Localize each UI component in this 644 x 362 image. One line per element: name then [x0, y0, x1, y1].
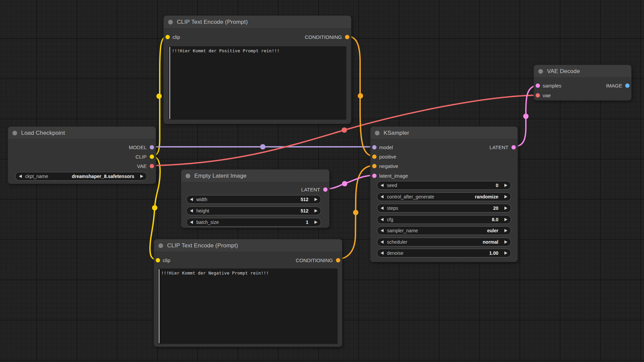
- decrement-arrow-icon[interactable]: [381, 218, 384, 221]
- output-slot-vae[interactable]: [150, 164, 154, 168]
- node-title-bar[interactable]: CLIP Text Encode (Prompt): [154, 239, 342, 252]
- widget-cfg[interactable]: cfg 8.0: [377, 215, 511, 224]
- widget-seed[interactable]: seed 0: [377, 181, 511, 190]
- input-slot-latent-image[interactable]: [372, 174, 377, 178]
- output-slot-label: MODEL: [129, 144, 147, 150]
- node-clip-text-encode-positive[interactable]: CLIP Text Encode (Prompt) clip CONDITION…: [163, 15, 351, 124]
- wire-midpoint-dot[interactable]: [523, 114, 529, 119]
- decrement-arrow-icon[interactable]: [190, 209, 193, 213]
- decrement-arrow-icon[interactable]: [381, 251, 384, 255]
- decrement-arrow-icon[interactable]: [381, 206, 384, 210]
- decrement-arrow-icon[interactable]: [19, 175, 22, 178]
- node-ksampler[interactable]: KSampler model LATENT positive negative …: [370, 126, 518, 262]
- collapse-dot-icon[interactable]: [538, 69, 543, 74]
- node-title: CLIP Text Encode (Prompt): [177, 19, 248, 25]
- input-slot-label: clip: [163, 257, 170, 263]
- output-slot-label: CONDITIONING: [296, 257, 333, 263]
- widget-value: randomize: [475, 194, 498, 199]
- output-slot-image[interactable]: [625, 83, 630, 88]
- wire-latent-to-ksampler[interactable]: [324, 175, 374, 189]
- node-graph-canvas[interactable]: CLIP Text Encode (Prompt) clip CONDITION…: [0, 0, 644, 362]
- input-slot-vae[interactable]: [536, 93, 540, 98]
- widget-width[interactable]: width 512: [186, 195, 321, 204]
- input-slot-negative[interactable]: [372, 164, 377, 168]
- node-title-bar[interactable]: Load Checkpoint: [8, 127, 156, 139]
- increment-arrow-icon[interactable]: [504, 195, 507, 198]
- widget-sampler-name[interactable]: sampler_name euler: [377, 226, 511, 235]
- wire-midpoint-dot[interactable]: [342, 181, 347, 186]
- wire-midpoint-dot[interactable]: [260, 144, 265, 149]
- collapse-dot-icon[interactable]: [12, 131, 17, 135]
- decrement-arrow-icon[interactable]: [381, 240, 384, 244]
- increment-arrow-icon[interactable]: [314, 209, 317, 213]
- widget-label: ckpt_name: [25, 174, 48, 179]
- decrement-arrow-icon[interactable]: [190, 221, 193, 224]
- input-slot-positive[interactable]: [372, 155, 377, 159]
- decrement-arrow-icon[interactable]: [190, 198, 193, 201]
- increment-arrow-icon[interactable]: [140, 175, 143, 178]
- output-slot-latent[interactable]: [323, 187, 328, 192]
- increment-arrow-icon[interactable]: [504, 206, 507, 210]
- input-slot-label: vae: [543, 93, 551, 98]
- node-clip-text-encode-negative[interactable]: CLIP Text Encode (Prompt) clip CONDITION…: [154, 239, 342, 347]
- node-load-checkpoint[interactable]: Load Checkpoint MODEL CLIP VAE ckpt_name…: [8, 126, 156, 184]
- prompt-textarea[interactable]: !!!Hier Kommt der Positive Prompt rein!!…: [169, 46, 346, 120]
- widget-value: 512: [301, 197, 308, 202]
- output-slot-conditioning[interactable]: [336, 258, 340, 262]
- collapse-dot-icon[interactable]: [375, 131, 380, 135]
- widget-label: control_after_generate: [387, 194, 434, 199]
- decrement-arrow-icon[interactable]: [381, 195, 384, 198]
- collapse-dot-icon[interactable]: [186, 174, 190, 178]
- decrement-arrow-icon[interactable]: [381, 229, 384, 232]
- collapse-dot-icon[interactable]: [158, 243, 163, 248]
- input-slot-clip[interactable]: [156, 258, 160, 262]
- widget-control-after-generate[interactable]: control_after_generate randomize: [377, 192, 511, 201]
- increment-arrow-icon[interactable]: [504, 251, 507, 255]
- widget-label: steps: [387, 205, 398, 211]
- text-cursor: [169, 47, 170, 119]
- widget-height[interactable]: height 512: [186, 206, 321, 215]
- decrement-arrow-icon[interactable]: [381, 184, 384, 187]
- widget-scheduler[interactable]: scheduler normal: [377, 238, 511, 246]
- node-title-bar[interactable]: VAE Decode: [534, 65, 631, 78]
- input-slot-samples[interactable]: [536, 83, 540, 88]
- output-slot-label: VAE: [137, 163, 147, 169]
- input-slot-model[interactable]: [372, 145, 377, 149]
- widget-steps[interactable]: steps 20: [377, 204, 511, 213]
- output-slot-conditioning[interactable]: [345, 35, 349, 39]
- increment-arrow-icon[interactable]: [504, 218, 507, 221]
- wire-midpoint-dot[interactable]: [156, 94, 162, 99]
- output-slot-label: LATENT: [301, 187, 320, 192]
- widget-ckpt-name[interactable]: ckpt_name dreamshaper_8.safetensors: [15, 172, 147, 181]
- text-cursor: [159, 269, 159, 343]
- wire-midpoint-dot[interactable]: [353, 210, 358, 215]
- input-slot-clip[interactable]: [165, 35, 170, 39]
- increment-arrow-icon[interactable]: [504, 184, 507, 187]
- input-slot-label: model: [379, 144, 393, 150]
- increment-arrow-icon[interactable]: [504, 229, 507, 232]
- wire-midpoint-dot[interactable]: [152, 205, 157, 210]
- collapse-dot-icon[interactable]: [168, 20, 173, 24]
- input-slot-label: clip: [172, 34, 180, 40]
- wire-midpoint-dot[interactable]: [342, 127, 347, 133]
- increment-arrow-icon[interactable]: [314, 221, 317, 224]
- prompt-textarea[interactable]: !!!Hier Kommt der Negative Prompt rein!!…: [158, 268, 338, 344]
- node-title: Empty Latent Image: [194, 173, 247, 179]
- node-title-bar[interactable]: Empty Latent Image: [181, 170, 329, 182]
- output-slot-label: LATENT: [490, 144, 508, 150]
- node-title-bar[interactable]: CLIP Text Encode (Prompt): [164, 16, 351, 28]
- prompt-text: !!!Hier Kommt der Negative Prompt rein!!…: [161, 270, 336, 276]
- output-slot-latent[interactable]: [511, 145, 516, 149]
- widget-denoise[interactable]: denoise 1.00: [377, 249, 511, 257]
- node-title-bar[interactable]: KSampler: [370, 127, 517, 139]
- output-slot-clip[interactable]: [150, 155, 154, 159]
- output-slot-label: IMAGE: [606, 83, 622, 88]
- widget-batch-size[interactable]: batch_size 1: [186, 218, 321, 227]
- increment-arrow-icon[interactable]: [504, 240, 507, 244]
- node-empty-latent-image[interactable]: Empty Latent Image LATENT width 512 heig…: [181, 169, 330, 228]
- output-slot-model[interactable]: [150, 145, 154, 149]
- wire-midpoint-dot[interactable]: [358, 93, 363, 99]
- node-title: Load Checkpoint: [21, 130, 65, 136]
- node-vae-decode[interactable]: VAE Decode samples IMAGE vae: [534, 65, 632, 101]
- increment-arrow-icon[interactable]: [314, 198, 317, 201]
